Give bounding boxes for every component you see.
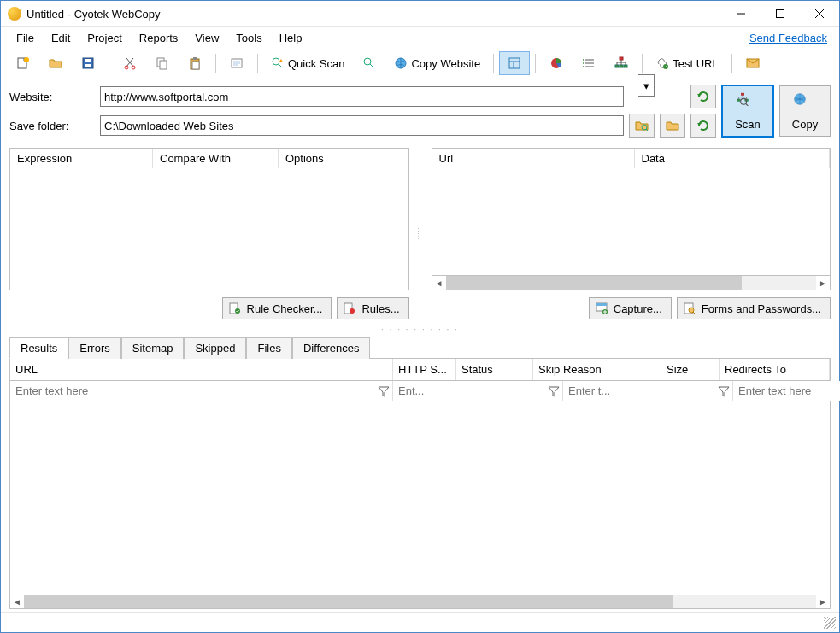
splitter-vertical[interactable]: ·····	[418, 148, 423, 319]
menu-file[interactable]: File	[8, 27, 43, 48]
rules-grid[interactable]: Expression Compare With Options	[9, 148, 409, 290]
rules-icon	[343, 302, 356, 315]
cut-button[interactable]	[115, 51, 145, 75]
filter-icon[interactable]	[377, 384, 391, 398]
pie-view-button[interactable]	[541, 51, 572, 75]
filter-skip[interactable]	[733, 381, 840, 401]
rules-button[interactable]: Rules...	[337, 297, 408, 319]
svg-point-37	[350, 308, 355, 314]
globe-copy-icon	[394, 56, 408, 70]
resize-grip[interactable]	[824, 617, 836, 629]
tab-errors[interactable]: Errors	[68, 337, 120, 359]
splitter-horizontal[interactable]: · · · · · · · · · ·	[1, 325, 839, 333]
save-button[interactable]	[73, 51, 103, 75]
open-folder-icon	[666, 119, 679, 132]
filter-icon[interactable]	[547, 384, 561, 398]
svg-rect-24	[620, 65, 623, 67]
title-bar: Untitled - Cyotek WebCopy	[1, 1, 839, 27]
quick-scan-button[interactable]: Quick Scan	[263, 51, 352, 75]
tab-differences[interactable]: Differences	[292, 337, 371, 359]
website-go-button[interactable]	[690, 85, 716, 108]
copy-website-button[interactable]: Copy Website	[386, 51, 488, 75]
website-dropdown-button[interactable]: ▾	[638, 74, 655, 97]
col-skip-reason[interactable]: Skip Reason	[533, 359, 661, 380]
col-status[interactable]: Status	[456, 359, 533, 380]
svg-rect-29	[737, 99, 740, 101]
open-button[interactable]	[40, 51, 71, 75]
result-tabs: Results Errors Sitemap Skipped Files Dif…	[1, 337, 839, 358]
results-filter-row	[10, 381, 830, 401]
scan-dropdown-button[interactable]	[354, 51, 385, 75]
menu-help[interactable]: Help	[271, 27, 311, 48]
scroll-right-icon[interactable]: ►	[816, 595, 830, 608]
tab-skipped[interactable]: Skipped	[184, 337, 246, 359]
settings-button[interactable]	[221, 51, 252, 75]
quick-scan-label: Quick Scan	[288, 57, 344, 70]
scroll-left-icon[interactable]: ◄	[10, 595, 24, 608]
minimize-button[interactable]	[721, 1, 761, 26]
browse-folder-button[interactable]	[629, 114, 655, 138]
col-url[interactable]: URL	[10, 359, 393, 380]
svg-rect-5	[85, 59, 91, 62]
forms-passwords-button[interactable]: Forms and Passwords...	[677, 297, 831, 319]
copy-button[interactable]	[147, 51, 178, 75]
scroll-right-icon[interactable]: ►	[816, 276, 830, 290]
tree-icon	[614, 56, 628, 70]
data-hscroll[interactable]: ◄ ►	[432, 276, 831, 290]
capture-button[interactable]: Capture...	[589, 297, 672, 319]
tab-results[interactable]: Results	[9, 337, 68, 359]
new-icon	[16, 56, 30, 70]
menu-edit[interactable]: Edit	[43, 27, 79, 48]
svg-rect-25	[624, 65, 627, 67]
rules-col-compare[interactable]: Compare With	[153, 149, 279, 168]
open-folder-button[interactable]	[660, 114, 685, 138]
website-label: Website:	[9, 91, 95, 103]
rules-col-expression[interactable]: Expression	[10, 149, 153, 168]
copy-big-button[interactable]: Copy	[779, 85, 831, 137]
copy-icon	[156, 56, 169, 70]
col-size[interactable]: Size	[661, 359, 720, 380]
folder-input[interactable]	[100, 115, 624, 136]
col-redirects[interactable]: Redirects To	[720, 359, 830, 380]
list-view-button[interactable]	[573, 51, 604, 75]
scan-label: Scan	[735, 118, 761, 131]
svg-rect-28	[741, 93, 743, 95]
data-col-data[interactable]: Data	[635, 149, 831, 168]
svg-rect-23	[615, 65, 619, 67]
rules-col-options[interactable]: Options	[279, 149, 408, 168]
test-url-button[interactable]: Test URL	[648, 51, 725, 75]
paste-button[interactable]	[179, 51, 210, 75]
sitemap-view-button[interactable]	[606, 51, 637, 75]
svg-rect-17	[509, 58, 520, 68]
send-feedback-link[interactable]: Send Feedback	[749, 32, 832, 44]
new-project-button[interactable]	[8, 51, 38, 75]
filter-url[interactable]	[10, 381, 377, 401]
menu-view[interactable]: View	[186, 27, 227, 48]
data-col-url[interactable]: Url	[432, 149, 635, 168]
rule-checker-button[interactable]: Rule Checker...	[222, 297, 332, 319]
tab-files[interactable]: Files	[246, 337, 291, 359]
website-input[interactable]	[100, 86, 624, 107]
rules-panel: Expression Compare With Options Rule Che…	[9, 148, 409, 319]
close-button[interactable]	[800, 1, 839, 26]
filter-status[interactable]	[563, 381, 717, 401]
menu-reports[interactable]: Reports	[131, 27, 187, 48]
scan-button[interactable]: Scan	[721, 85, 774, 138]
results-hscroll[interactable]: ◄ ►	[10, 595, 830, 608]
menu-project[interactable]: Project	[79, 27, 130, 48]
svg-point-15	[364, 58, 371, 65]
scroll-left-icon[interactable]: ◄	[432, 276, 446, 290]
view-mode-button[interactable]	[499, 51, 530, 75]
svg-point-14	[273, 58, 279, 65]
mail-button[interactable]	[737, 51, 768, 75]
menu-tools[interactable]: Tools	[227, 27, 270, 48]
col-http-status[interactable]: HTTP S...	[393, 359, 456, 380]
data-grid[interactable]: Url Data	[432, 148, 831, 276]
results-body[interactable]	[10, 401, 830, 595]
tab-sitemap[interactable]: Sitemap	[121, 337, 185, 359]
maximize-button[interactable]	[761, 1, 800, 26]
filter-http[interactable]	[393, 381, 547, 401]
test-url-label: Test URL	[673, 57, 718, 70]
folder-refresh-button[interactable]	[690, 114, 716, 138]
filter-icon[interactable]	[717, 384, 731, 398]
